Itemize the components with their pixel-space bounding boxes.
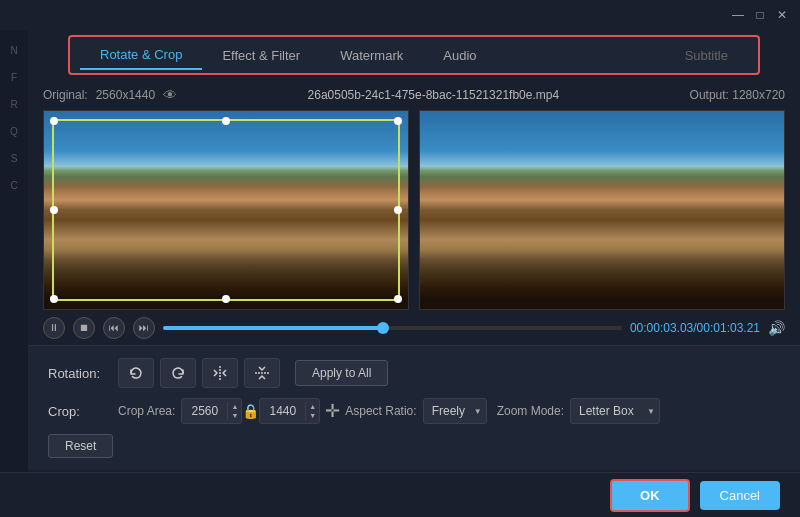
crop-width-down[interactable]: ▼: [228, 411, 241, 420]
rotate-left-button[interactable]: [118, 358, 154, 388]
sidebar-item-4[interactable]: Q: [3, 121, 25, 143]
sidebar-item-1[interactable]: N: [3, 40, 25, 62]
lock-icon[interactable]: 🔒: [242, 403, 259, 419]
sidebar-item-2[interactable]: F: [3, 67, 25, 89]
close-button[interactable]: ✕: [774, 7, 790, 23]
original-label: Original:: [43, 88, 88, 102]
bottom-bar: OK Cancel: [0, 472, 800, 517]
output-video-frame: [420, 111, 784, 309]
crop-height-arrows: ▲ ▼: [305, 402, 319, 420]
output-info: Output: 1280x720: [690, 88, 785, 102]
sidebar-item-5[interactable]: S: [3, 148, 25, 170]
rotate-right-button[interactable]: [160, 358, 196, 388]
minimize-button[interactable]: —: [730, 7, 746, 23]
tab-effect-filter[interactable]: Effect & Filter: [202, 42, 320, 69]
crop-width-up[interactable]: ▲: [228, 402, 241, 411]
aspect-ratio-select-wrapper[interactable]: Freely 16:9 4:3 1:1: [423, 398, 487, 424]
cancel-button[interactable]: Cancel: [700, 481, 780, 510]
rotation-buttons: [118, 358, 280, 388]
main-content: Rotate & Crop Effect & Filter Watermark …: [28, 30, 800, 470]
flip-horizontal-button[interactable]: [202, 358, 238, 388]
crop-area-label: Crop Area:: [118, 404, 175, 418]
tab-watermark[interactable]: Watermark: [320, 42, 423, 69]
sidebar: N F R Q S C: [0, 30, 28, 472]
aspect-ratio-label: Aspect Ratio:: [345, 404, 416, 418]
source-video-frame: [44, 111, 408, 309]
prev-frame-button[interactable]: ⏮: [103, 317, 125, 339]
crop-row: Crop: Crop Area: ▲ ▼ 🔒 ▲ ▼ ✛ Aspect Rat: [48, 398, 780, 424]
zoom-mode-group: Zoom Mode: Letter Box Pan & Scan Full: [497, 398, 660, 424]
time-display: 00:00:03.03/00:01:03.21: [630, 321, 760, 335]
crop-label: Crop:: [48, 404, 118, 419]
filename-display: 26a0505b-24c1-475e-8bac-11521321fb0e.mp4: [177, 88, 690, 102]
tab-bar: Rotate & Crop Effect & Filter Watermark …: [68, 35, 760, 75]
playback-bar: ⏸ ⏹ ⏮ ⏭ 00:00:03.03/00:01:03.21 🔊: [28, 310, 800, 345]
zoom-mode-label: Zoom Mode:: [497, 404, 564, 418]
progress-bar[interactable]: [163, 326, 622, 330]
sidebar-item-6[interactable]: C: [3, 175, 25, 197]
zoom-mode-select-wrapper[interactable]: Letter Box Pan & Scan Full: [570, 398, 660, 424]
controls-area: Rotation:: [28, 345, 800, 470]
rotation-row: Rotation:: [48, 358, 780, 388]
tab-rotate-crop[interactable]: Rotate & Crop: [80, 41, 202, 70]
pause-button[interactable]: ⏸: [43, 317, 65, 339]
preview-right: [419, 110, 785, 310]
info-bar: Original: 2560x1440 👁 26a0505b-24c1-475e…: [28, 80, 800, 110]
ok-button[interactable]: OK: [610, 479, 690, 512]
reset-button[interactable]: Reset: [48, 434, 113, 458]
crop-height-input[interactable]: ▲ ▼: [259, 398, 320, 424]
original-resolution: 2560x1440: [96, 88, 155, 102]
rotation-label: Rotation:: [48, 366, 118, 381]
crop-width-field[interactable]: [182, 404, 227, 418]
aspect-ratio-group: Aspect Ratio: Freely 16:9 4:3 1:1: [345, 398, 486, 424]
crop-tool-icon: ✛: [325, 400, 340, 422]
volume-icon[interactable]: 🔊: [768, 320, 785, 336]
crop-width-input[interactable]: ▲ ▼: [181, 398, 242, 424]
apply-to-all-button[interactable]: Apply to All: [295, 360, 388, 386]
preview-left: [43, 110, 409, 310]
sidebar-item-3[interactable]: R: [3, 94, 25, 116]
crop-height-up[interactable]: ▲: [306, 402, 319, 411]
aspect-ratio-select[interactable]: Freely 16:9 4:3 1:1: [423, 398, 487, 424]
visibility-icon[interactable]: 👁: [163, 87, 177, 103]
flip-vertical-button[interactable]: [244, 358, 280, 388]
next-frame-button[interactable]: ⏭: [133, 317, 155, 339]
preview-area: [28, 110, 800, 310]
crop-width-arrows: ▲ ▼: [227, 402, 241, 420]
progress-thumb[interactable]: [377, 322, 389, 334]
maximize-button[interactable]: □: [752, 7, 768, 23]
crop-height-field[interactable]: [260, 404, 305, 418]
title-bar: — □ ✕: [0, 0, 800, 30]
progress-fill: [163, 326, 383, 330]
tab-subtitle[interactable]: Subtitle: [665, 42, 748, 69]
crop-height-down[interactable]: ▼: [306, 411, 319, 420]
reset-row: Reset: [48, 434, 780, 458]
stop-button[interactable]: ⏹: [73, 317, 95, 339]
zoom-mode-select[interactable]: Letter Box Pan & Scan Full: [570, 398, 660, 424]
tab-audio[interactable]: Audio: [423, 42, 496, 69]
original-info: Original: 2560x1440 👁: [43, 87, 177, 103]
